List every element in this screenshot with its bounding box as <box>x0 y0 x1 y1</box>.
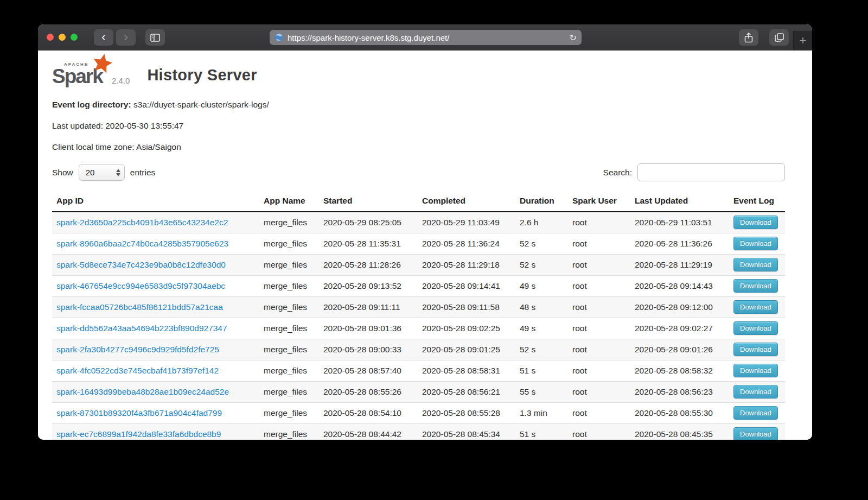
select-stepper-icon <box>116 169 120 176</box>
download-button[interactable]: Download <box>733 300 778 314</box>
tabs-icon <box>775 33 784 42</box>
table-row: spark-16493d99beba48b28ae1b09ec24ad52eme… <box>52 381 785 402</box>
share-button[interactable] <box>739 29 758 46</box>
app-id-cell: spark-fccaa05726bc485f86121bdd57a21caa <box>52 296 259 318</box>
new-tab-button[interactable]: + <box>793 31 812 50</box>
url-text: https://spark-history-server.k8s.stg.duy… <box>288 33 566 42</box>
browser-titlebar: ‹ › https://spark-history-server.k8s.stg… <box>38 24 812 50</box>
download-button[interactable]: Download <box>733 216 778 229</box>
window-controls <box>47 24 78 50</box>
duration-cell: 48 s <box>515 296 568 318</box>
download-button[interactable]: Download <box>733 364 778 377</box>
app-id-link[interactable]: spark-4fc0522cd3e745ecbaf41b73f97ef142 <box>56 366 219 375</box>
app-id-link[interactable]: spark-8960a6baa2c74b0ca4285b357905e623 <box>56 239 228 248</box>
search-input[interactable] <box>637 163 785 181</box>
tab-overview-button[interactable] <box>769 29 789 46</box>
started-cell: 2020-05-28 08:57:40 <box>319 360 418 381</box>
completed-cell: 2020-05-28 09:02:25 <box>418 318 515 339</box>
last-updated-cell: 2020-05-28 09:01:26 <box>630 339 729 360</box>
app-id-cell: spark-ec7c6899a1f942da8fe33fa6dbdce8b9 <box>52 423 259 440</box>
column-header-app-name[interactable]: App Name <box>259 193 319 212</box>
spark-star-icon <box>92 53 113 73</box>
column-header-spark-user[interactable]: Spark User <box>568 193 630 212</box>
download-button[interactable]: Download <box>733 321 778 335</box>
app-id-link[interactable]: spark-16493d99beba48b28ae1b09ec24ad52e <box>56 387 229 396</box>
table-row: spark-4fc0522cd3e745ecbaf41b73f97ef142me… <box>52 360 785 381</box>
started-cell: 2020-05-28 09:11:11 <box>319 296 418 318</box>
event-log-cell: Download <box>729 233 785 254</box>
spark-version: 2.4.0 <box>112 76 130 86</box>
event-log-cell: Download <box>729 402 785 423</box>
column-header-started[interactable]: Started <box>319 193 418 212</box>
address-bar[interactable]: https://spark-history-server.k8s.stg.duy… <box>270 30 582 45</box>
started-cell: 2020-05-28 11:28:26 <box>319 254 418 275</box>
download-button[interactable]: Download <box>733 427 778 440</box>
forward-button[interactable]: › <box>116 29 136 46</box>
timezone-line: Client local time zone: Asia/Saigon <box>52 142 785 152</box>
entries-select[interactable]: 20 <box>79 164 125 181</box>
sidebar-icon <box>150 34 160 42</box>
column-header-last-updated[interactable]: Last Updated <box>630 193 729 212</box>
download-button[interactable]: Download <box>733 279 778 293</box>
table-row: spark-2fa30b4277c9496c9d929fd5fd2fe725me… <box>52 339 785 360</box>
event-log-cell: Download <box>729 339 785 360</box>
last-updated-cell: 2020-05-28 08:45:35 <box>630 423 729 440</box>
completed-cell: 2020-05-28 11:36:24 <box>418 233 515 254</box>
search-label: Search: <box>603 168 632 178</box>
back-button[interactable]: ‹ <box>94 29 113 46</box>
app-id-cell: spark-16493d99beba48b28ae1b09ec24ad52e <box>52 381 259 402</box>
duration-cell: 49 s <box>515 318 568 339</box>
download-button[interactable]: Download <box>733 237 778 250</box>
spark-user-cell: root <box>568 318 630 339</box>
app-name-cell: merge_files <box>259 360 319 381</box>
plus-icon: + <box>800 34 807 48</box>
column-header-completed[interactable]: Completed <box>418 193 515 212</box>
app-id-link[interactable]: spark-dd5562a43aa54694b223bf890d927347 <box>56 324 227 333</box>
reload-icon[interactable]: ↻ <box>570 33 577 43</box>
column-header-event-log[interactable]: Event Log <box>729 193 785 212</box>
spark-user-cell: root <box>568 402 630 423</box>
started-cell: 2020-05-28 11:35:31 <box>319 233 418 254</box>
table-row: spark-2d3650a225cb4091b43e65c43234e2c2me… <box>52 212 785 233</box>
app-id-link[interactable]: spark-2d3650a225cb4091b43e65c43234e2c2 <box>56 218 228 227</box>
app-id-link[interactable]: spark-87301b89320f4a3fb671a904c4fad799 <box>56 408 222 417</box>
download-button[interactable]: Download <box>733 385 778 398</box>
app-table-header-row: App IDApp NameStartedCompletedDurationSp… <box>52 193 785 212</box>
event-log-directory-value: s3a://duyet-spark-cluster/spark-logs/ <box>133 100 269 109</box>
download-button[interactable]: Download <box>733 406 778 420</box>
spark-user-cell: root <box>568 275 630 296</box>
site-favicon-globe-icon <box>275 33 283 42</box>
duration-cell: 52 s <box>515 339 568 360</box>
event-log-cell: Download <box>729 296 785 318</box>
duration-cell: 55 s <box>515 381 568 402</box>
table-row: spark-87301b89320f4a3fb671a904c4fad799me… <box>52 402 785 423</box>
table-row: spark-ec7c6899a1f942da8fe33fa6dbdce8b9me… <box>52 423 785 440</box>
last-updated-cell: 2020-05-29 11:03:51 <box>630 212 729 233</box>
minimize-window-button[interactable] <box>59 34 66 41</box>
table-row: spark-fccaa05726bc485f86121bdd57a21caame… <box>52 296 785 318</box>
event-log-cell: Download <box>729 360 785 381</box>
app-name-cell: merge_files <box>259 275 319 296</box>
completed-cell: 2020-05-28 11:29:18 <box>418 254 515 275</box>
app-id-link[interactable]: spark-ec7c6899a1f942da8fe33fa6dbdce8b9 <box>56 429 221 439</box>
zoom-window-button[interactable] <box>71 34 78 41</box>
started-cell: 2020-05-28 09:13:52 <box>319 275 418 296</box>
app-id-link[interactable]: spark-fccaa05726bc485f86121bdd57a21caa <box>56 302 223 312</box>
column-header-duration[interactable]: Duration <box>515 193 568 212</box>
page-title: History Server <box>147 66 257 86</box>
started-cell: 2020-05-28 08:54:10 <box>319 402 418 423</box>
app-id-link[interactable]: spark-2fa30b4277c9496c9d929fd5fd2fe725 <box>56 345 219 354</box>
column-header-app-id[interactable]: App ID <box>52 193 259 212</box>
app-table-body: spark-2d3650a225cb4091b43e65c43234e2c2me… <box>52 212 785 440</box>
sidebar-toggle-button[interactable] <box>145 29 165 46</box>
app-id-link[interactable]: spark-5d8ece734e7c423e9ba0b8c12dfe30d0 <box>56 260 226 269</box>
close-window-button[interactable] <box>47 34 54 41</box>
event-log-cell: Download <box>729 381 785 402</box>
completed-cell: 2020-05-28 08:55:28 <box>418 402 515 423</box>
duration-cell: 52 s <box>515 233 568 254</box>
download-button[interactable]: Download <box>733 258 778 271</box>
download-button[interactable]: Download <box>733 343 778 356</box>
app-id-link[interactable]: spark-467654e9cc994e6583d9c5f97304aebc <box>56 281 225 290</box>
spark-user-cell: root <box>568 339 630 360</box>
app-name-cell: merge_files <box>259 318 319 339</box>
